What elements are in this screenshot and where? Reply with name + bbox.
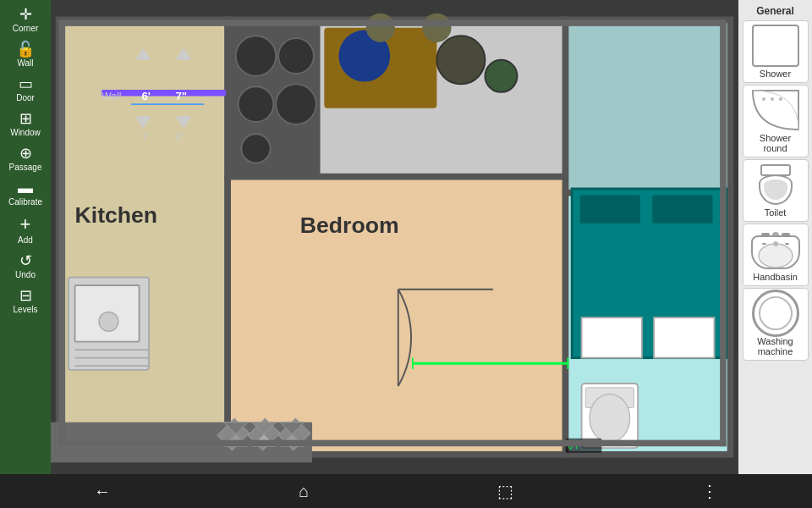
right-panel: General Shower Shower round (738, 0, 812, 474)
corner-icon: ✛ (19, 7, 32, 22)
svg-text:Kitchen: Kitchen (75, 202, 158, 228)
back-button[interactable]: ← (77, 478, 128, 505)
svg-point-14 (436, 36, 485, 84)
shower-round-label: Shower round (747, 133, 804, 153)
canvas-area[interactable]: 6'7" Kitchen Bedroom Wall 6' 7" (51, 0, 738, 474)
shower-round-item-icon (750, 89, 801, 131)
svg-point-11 (241, 134, 270, 163)
svg-point-9 (239, 86, 274, 122)
sidebar-item-calibrate[interactable]: ▬ Calibrate (2, 177, 49, 210)
sidebar-item-corner[interactable]: ✛ Corner (2, 3, 49, 36)
svg-rect-64 (59, 19, 727, 26)
svg-text:7": 7" (175, 90, 187, 102)
svg-rect-1 (59, 19, 228, 446)
svg-point-16 (366, 14, 395, 42)
washing-machine-label: Washing machine (747, 336, 804, 356)
svg-rect-66 (59, 440, 727, 447)
svg-point-69 (779, 97, 782, 101)
svg-point-70 (759, 244, 793, 268)
svg-rect-21 (582, 318, 642, 358)
add-icon: + (20, 215, 31, 234)
undo-icon: ↺ (19, 253, 32, 268)
sidebar-item-passage[interactable]: ⊕ Passage (2, 142, 49, 175)
more-button[interactable]: ⋮ (684, 478, 735, 505)
toilet-item-icon (750, 163, 801, 206)
svg-text:Bedroom: Bedroom (300, 213, 399, 238)
panel-item-handbasin[interactable]: Handbasin (743, 224, 809, 286)
svg-point-17 (422, 14, 451, 42)
app: ✛ Corner 🔓 Wall ▭ Door ⊞ Window ⊕ Passag… (0, 0, 812, 508)
left-toolbar: ✛ Corner 🔓 Wall ▭ Door ⊞ Window ⊕ Passag… (0, 0, 51, 474)
svg-rect-20 (652, 196, 712, 224)
svg-point-7 (236, 36, 277, 76)
door-icon: ▭ (19, 76, 33, 91)
shower-label: Shower (760, 69, 791, 79)
svg-text:Wall: Wall (102, 91, 122, 102)
washing-machine-item-icon (750, 292, 801, 334)
svg-point-34 (590, 394, 630, 442)
svg-text:7': 7' (141, 131, 149, 143)
svg-point-10 (276, 84, 316, 124)
window-icon: ⊞ (19, 111, 32, 126)
handbasin-label: Handbasin (753, 272, 798, 282)
svg-rect-63 (59, 19, 66, 446)
toilet-label: Toilet (765, 207, 787, 218)
shower-item-icon (750, 25, 801, 67)
svg-point-67 (762, 97, 765, 101)
svg-rect-65 (720, 19, 727, 446)
svg-rect-22 (654, 318, 714, 358)
panel-item-toilet[interactable]: Toilet (743, 159, 809, 222)
sidebar-item-add[interactable]: + Add (2, 212, 49, 248)
wall-icon: 🔓 (16, 41, 35, 57)
svg-point-15 (485, 60, 517, 92)
panel-item-washing-machine[interactable]: Washing machine (743, 288, 809, 361)
floorplan: 6'7" Kitchen Bedroom Wall 6' 7" (51, 0, 738, 474)
svg-point-68 (771, 97, 774, 101)
svg-point-8 (278, 38, 314, 74)
sidebar-item-undo[interactable]: ↺ Undo (2, 250, 49, 283)
sidebar-item-wall[interactable]: 🔓 Wall (2, 38, 49, 71)
svg-point-25 (99, 312, 118, 331)
handbasin-item-icon (750, 228, 801, 270)
sidebar-item-door[interactable]: ▭ Door (2, 73, 49, 106)
panel-item-shower-round[interactable]: Shower round (743, 85, 809, 157)
panel-item-shower[interactable]: Shower (743, 20, 809, 83)
calibrate-icon: ▬ (18, 180, 33, 196)
panel-section-label: General (742, 3, 809, 19)
svg-text:8": 8" (175, 131, 184, 143)
levels-icon: ⊟ (19, 288, 32, 303)
home-button[interactable]: ⌂ (282, 478, 326, 505)
recent-button[interactable]: ⬚ (480, 478, 530, 505)
sidebar-item-levels[interactable]: ⊟ Levels (2, 284, 49, 318)
passage-icon: ⊕ (19, 146, 32, 161)
svg-text:6': 6' (141, 90, 151, 102)
svg-rect-19 (580, 196, 640, 224)
bottom-nav: ← ⌂ ⬚ ⋮ (0, 474, 812, 508)
svg-rect-4 (566, 19, 731, 192)
sidebar-item-window[interactable]: ⊞ Window (2, 108, 49, 141)
svg-point-71 (773, 241, 778, 246)
